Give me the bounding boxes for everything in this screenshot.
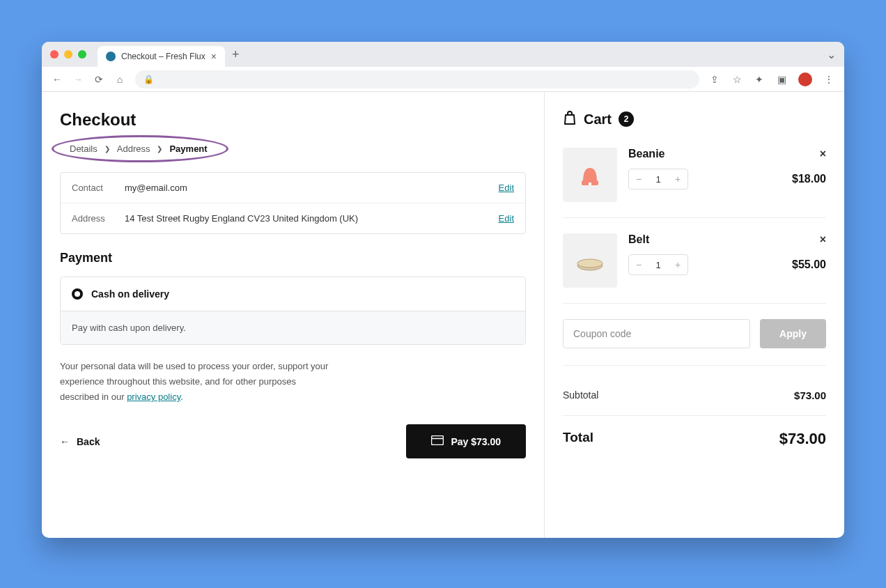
qty-value: 1 [648,174,668,185]
address-label: Address [72,213,125,224]
page-content: Checkout Details ❯ Address ❯ Payment Con… [42,92,844,538]
privacy-notice: Your personal data will be used to proce… [60,359,332,405]
address-bar: ← → ⟳ ⌂ 🔒 ⇪ ☆ ✦ ▣ ⋮ [42,67,844,92]
payment-option-label: Cash on delivery [91,288,169,300]
qty-value: 1 [648,260,668,270]
breadcrumb-step-payment: Payment [169,144,207,154]
item-price: $55.00 [792,258,826,271]
subtotal-label: Subtotal [563,389,598,401]
summary-contact-row: Contact my@email.com Edit [61,173,525,203]
chevron-right-icon: ❯ [157,145,162,153]
divider [563,415,826,416]
radio-selected-icon [72,288,83,300]
breadcrumb: Details ❯ Address ❯ Payment [60,139,217,158]
product-name: Belt [628,233,649,246]
product-name: Beanie [628,148,664,160]
order-summary: Contact my@email.com Edit Address 14 Tes… [60,172,526,234]
bag-icon [563,110,577,128]
privacy-text-prefix: Your personal data will be used to proce… [60,361,328,402]
remove-item-button[interactable]: × [820,148,826,160]
product-thumbnail [563,233,617,288]
menu-icon[interactable]: ⋮ [823,74,834,85]
lock-icon: 🔒 [143,75,154,84]
page-title: Checkout [60,110,526,130]
svg-rect-0 [432,436,444,445]
extensions-icon[interactable]: ✦ [754,74,765,85]
decrease-qty-button[interactable]: − [629,255,648,274]
forward-icon[interactable]: → [72,74,84,85]
increase-qty-button[interactable]: + [668,169,687,189]
maximize-window-button[interactable] [78,50,86,59]
privacy-text-suffix: . [180,392,183,402]
total-label: Total [563,430,593,448]
cart-count-badge: 2 [619,111,634,127]
action-row: ← Back Pay $73.00 [60,424,526,458]
close-tab-icon[interactable]: × [211,51,217,62]
coupon-row: Apply [563,319,826,366]
arrow-left-icon: ← [60,436,70,447]
close-window-button[interactable] [50,50,59,59]
window-controls [50,50,86,59]
new-tab-button[interactable]: + [232,47,240,62]
cart-title: Cart [584,111,612,127]
url-input[interactable]: 🔒 [135,70,699,88]
svg-rect-3 [589,183,591,185]
address-value: 14 Test Street Rugby England CV23 United… [125,213,499,224]
subtotal-value: $73.00 [794,389,826,401]
quantity-stepper: − 1 + [628,169,688,189]
contact-label: Contact [72,183,125,193]
back-button[interactable]: ← Back [60,436,100,447]
payment-option-description: Pay with cash upon delivery. [61,311,525,344]
cart-column: Cart 2 Beanie × − 1 + [545,92,844,538]
breadcrumb-step-address[interactable]: Address [117,144,150,154]
increase-qty-button[interactable]: + [668,255,687,274]
breadcrumb-step-details[interactable]: Details [70,144,98,154]
back-label: Back [77,436,100,447]
favicon-icon [106,52,116,61]
payment-option-cod[interactable]: Cash on delivery [61,277,525,311]
profile-avatar[interactable] [798,72,812,86]
coupon-input[interactable] [563,319,750,348]
panel-icon[interactable]: ▣ [776,74,787,85]
edit-address-link[interactable]: Edit [499,213,514,224]
cart-header: Cart 2 [563,110,826,128]
payment-section-title: Payment [60,251,526,265]
summary-address-row: Address 14 Test Street Rugby England CV2… [61,203,525,233]
total-value: $73.00 [779,430,826,448]
share-icon[interactable]: ⇪ [709,74,720,85]
chevron-down-icon[interactable]: ⌄ [827,48,836,61]
card-icon [431,435,444,447]
pay-button[interactable]: Pay $73.00 [406,424,526,458]
browser-tab[interactable]: Checkout – Fresh Flux × [98,46,225,67]
cart-item: Belt × − 1 + $55.00 [563,233,826,304]
back-icon[interactable]: ← [52,74,63,85]
svg-point-5 [577,259,603,268]
decrease-qty-button[interactable]: − [629,169,648,189]
bookmark-icon[interactable]: ☆ [731,74,743,85]
home-icon[interactable]: ⌂ [114,74,125,85]
item-price: $18.00 [792,173,826,185]
payment-method-box: Cash on delivery Pay with cash upon deli… [60,277,526,345]
pay-label: Pay $73.00 [451,436,501,447]
chevron-right-icon: ❯ [104,145,110,153]
cart-item: Beanie × − 1 + $18.00 [563,148,826,218]
tab-bar: Checkout – Fresh Flux × + ⌄ [42,42,844,67]
reload-icon[interactable]: ⟳ [93,74,104,85]
total-row: Total $73.00 [563,423,826,455]
minimize-window-button[interactable] [64,50,72,59]
checkout-column: Checkout Details ❯ Address ❯ Payment Con… [42,92,545,538]
privacy-policy-link[interactable]: privacy policy [127,392,180,402]
contact-value: my@email.com [125,183,499,193]
subtotal-row: Subtotal $73.00 [563,382,826,408]
browser-window: Checkout – Fresh Flux × + ⌄ ← → ⟳ ⌂ 🔒 ⇪ … [42,42,844,538]
remove-item-button[interactable]: × [820,233,826,246]
quantity-stepper: − 1 + [628,254,688,275]
tab-title: Checkout – Fresh Flux [121,52,205,61]
product-thumbnail [563,148,617,202]
apply-coupon-button[interactable]: Apply [760,319,826,348]
edit-contact-link[interactable]: Edit [499,183,514,193]
